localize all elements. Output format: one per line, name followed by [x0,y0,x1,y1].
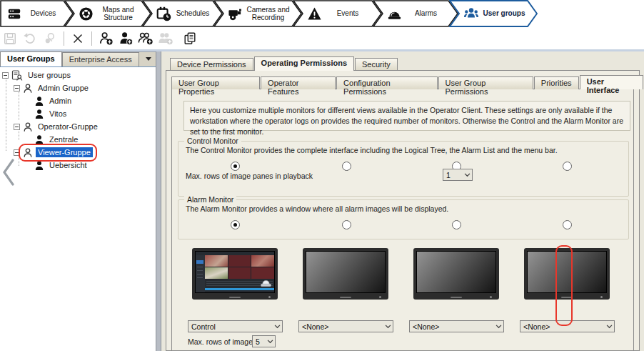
tree-item-user-groups-root[interactable]: User groups [0,69,156,81]
bvms-configuration-client: Devices Maps and Structure Schedules Cam… [0,0,644,351]
monitor-2-assignment-dropdown[interactable]: <None> [298,320,393,332]
nav-item-cameras-recording[interactable]: Cameras and Recording [213,0,302,27]
tree-item-operator-gruppe[interactable]: Operator-Gruppe [0,120,156,133]
alarm-monitor-description: The Alarm Monitor provides a window wher… [186,204,448,213]
monitor-3-assignment-dropdown[interactable]: <None> [409,320,504,332]
delete-icon [71,31,85,46]
add-dual-authorization-group-button[interactable] [136,29,156,48]
tab-configuration-permissions[interactable]: Configuration Permissions [336,76,437,89]
alarm-beacon-icon [260,277,272,287]
tree-item-viewer-gruppe[interactable]: Viewer-Gruppe [0,146,156,159]
tree-item-label: Vitos [47,109,69,119]
tab-priorities[interactable]: Priorities [534,76,579,89]
dropdown-value: 1 [446,171,462,179]
tab-user-interface[interactable]: User Interface [580,75,643,89]
tab-security[interactable]: Security [355,58,398,71]
delete-button[interactable] [68,29,88,48]
add-user-icon [119,31,134,46]
tree-item-label: Admin [47,96,74,106]
group-title: Alarm Monitor [184,195,236,204]
dropdown-value: Control [191,322,272,331]
control-monitor-group: Control Monitor The Control Monitor prov… [178,141,629,197]
user-groups-root-icon [11,70,23,81]
group-icon [23,147,33,158]
tab-label: Enterprise Access [69,55,132,64]
dropdown-value: <None> [302,322,383,331]
dropdown-value: <None> [523,322,604,331]
save-icon [3,31,17,46]
nav-item-events[interactable]: Events [293,0,382,27]
max-rows-playback-dropdown[interactable]: 1 [443,169,473,181]
tree-item-vitos[interactable]: Vitos [0,107,156,120]
devices-icon [7,6,21,21]
tab-user-groups[interactable]: User Groups [0,51,62,66]
events-icon [307,6,322,21]
dropdown-value: <None> [413,322,493,331]
nav-item-maps-structure[interactable]: Maps and Structure [64,0,151,27]
monitor-4-assignment-dropdown[interactable]: <None> [520,320,615,332]
toolbar [0,27,644,49]
nav-label: Devices [24,9,62,18]
save-button[interactable] [0,29,20,48]
sidebar-tab-overflow-caret[interactable] [146,57,151,61]
alarm-monitor-radio-4[interactable] [563,220,572,229]
monitor-preview-4 [524,248,610,300]
monitor-power-led [490,296,492,298]
tab-label: Configuration Permissions [343,79,390,96]
tree-item-uebersicht[interactable]: Uebersicht [0,159,156,172]
control-monitor-radio-1[interactable] [231,162,240,171]
tree-item-admin[interactable]: Admin [0,94,156,107]
tree-item-admin-gruppe[interactable]: Admin Gruppe [0,81,156,94]
tab-device-permissions[interactable]: Device Permissions [170,58,253,71]
tab-enterprise-access[interactable]: Enterprise Access [62,52,139,66]
add-user-group-icon [99,31,114,46]
tab-operating-permissions[interactable]: Operating Permissions [254,56,354,71]
chevron-down-icon [383,325,393,329]
add-dual-authorization-user-button[interactable] [156,29,176,48]
monitor-screen-operator-client [195,251,275,293]
control-monitor-radio-2[interactable] [342,162,351,171]
copy-permissions-button[interactable] [180,29,200,48]
tab-label: Operating Permissions [261,59,347,67]
alarm-monitor-radio-2[interactable] [342,220,351,229]
nav-item-user-groups[interactable]: User groups [449,0,538,27]
collapse-toggle[interactable] [14,149,20,156]
control-monitor-description: The Control Monitor provides the complet… [186,146,558,154]
tab-user-group-properties[interactable]: User Group Properties [171,76,260,89]
monitor-power-led [268,296,271,298]
nav-item-schedules[interactable]: Schedules [142,0,223,27]
main-navigation: Devices Maps and Structure Schedules Cam… [0,0,644,27]
tree-item-label: Operator-Gruppe [36,122,100,132]
permissions-panel: Device Permissions Operating Permissions… [161,51,644,351]
collapse-toggle[interactable] [2,72,9,79]
collapse-toggle[interactable] [14,124,20,130]
user-groups-tree: User groups Admin Gruppe Admin Vitos Ope… [0,67,156,172]
add-user-button[interactable] [116,29,136,48]
tab-user-group-permissions[interactable]: User Group Permissions [438,76,533,89]
undo-button[interactable] [20,29,40,48]
nav-item-devices[interactable]: Devices [0,0,74,27]
change-password-button[interactable] [40,29,60,48]
alarm-monitor-radio-1[interactable] [231,220,240,229]
tab-label: Security [362,60,391,69]
user-icon [34,109,44,119]
alarm-monitor-radio-3[interactable] [452,220,461,229]
tab-operator-features[interactable]: Operator Features [261,76,336,89]
chevron-down-icon [265,340,275,344]
max-rows-dropdown[interactable]: 5 [252,335,276,347]
panel-splitter[interactable] [156,51,161,351]
add-user-group-button[interactable] [96,29,116,48]
nav-item-alarms[interactable]: Alarms [373,0,458,27]
add-dual-authorization-user-icon [158,31,173,46]
control-monitor-radio-4[interactable] [563,162,572,171]
sidebar-tab-strip: User Groups Enterprise Access [0,52,156,67]
operating-permissions-subtab-strip: User Group Properties Operator Features … [171,76,644,89]
tree-item-zentrale[interactable]: Zentrale [0,133,156,146]
monitor-preview-1 [192,248,278,300]
monitor-1-assignment-dropdown[interactable]: Control [188,320,283,332]
tree-item-label: Zentrale [47,134,80,144]
alarms-icon [387,6,402,21]
group-icon [23,83,33,94]
user-interface-page: Here you customize multiple monitors for… [171,89,634,351]
collapse-toggle[interactable] [14,85,20,92]
